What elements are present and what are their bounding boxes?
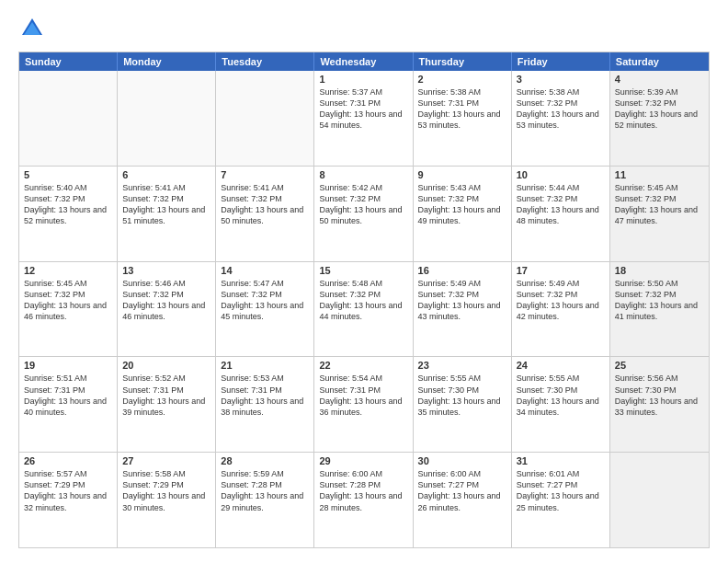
- day-number: 2: [418, 74, 506, 85]
- calendar-cell: 21Sunrise: 5:53 AM Sunset: 7:31 PM Dayli…: [216, 357, 314, 452]
- day-info: Sunrise: 5:41 AM Sunset: 7:32 PM Dayligh…: [122, 182, 210, 227]
- calendar-cell: 23Sunrise: 5:55 AM Sunset: 7:30 PM Dayli…: [414, 357, 512, 452]
- day-info: Sunrise: 5:55 AM Sunset: 7:30 PM Dayligh…: [517, 373, 605, 418]
- day-info: Sunrise: 5:49 AM Sunset: 7:32 PM Dayligh…: [517, 278, 605, 323]
- calendar-week-4: 19Sunrise: 5:51 AM Sunset: 7:31 PM Dayli…: [19, 356, 709, 452]
- calendar-header: SundayMondayTuesdayWednesdayThursdayFrid…: [19, 52, 709, 71]
- header-day-wednesday: Wednesday: [314, 52, 413, 71]
- day-info: Sunrise: 5:51 AM Sunset: 7:31 PM Dayligh…: [24, 373, 112, 418]
- calendar-week-5: 26Sunrise: 5:57 AM Sunset: 7:29 PM Dayli…: [19, 452, 709, 547]
- calendar-cell: 2Sunrise: 5:38 AM Sunset: 7:31 PM Daylig…: [414, 71, 512, 166]
- header-day-friday: Friday: [512, 52, 610, 71]
- day-number: 11: [615, 169, 704, 180]
- header-day-tuesday: Tuesday: [216, 52, 314, 71]
- day-number: 16: [418, 265, 506, 276]
- calendar-cell: 24Sunrise: 5:55 AM Sunset: 7:30 PM Dayli…: [512, 357, 610, 452]
- day-number: 5: [24, 169, 112, 180]
- day-number: 31: [517, 455, 605, 466]
- calendar-cell: 8Sunrise: 5:42 AM Sunset: 7:32 PM Daylig…: [314, 167, 413, 261]
- calendar-cell: 1Sunrise: 5:37 AM Sunset: 7:31 PM Daylig…: [314, 71, 413, 166]
- header: [18, 15, 710, 42]
- day-info: Sunrise: 5:44 AM Sunset: 7:32 PM Dayligh…: [517, 182, 605, 227]
- calendar-cell: 31Sunrise: 6:01 AM Sunset: 7:27 PM Dayli…: [512, 453, 610, 547]
- day-number: 25: [615, 360, 704, 371]
- day-number: 3: [517, 74, 605, 85]
- day-number: 20: [122, 360, 210, 371]
- day-info: Sunrise: 5:59 AM Sunset: 7:28 PM Dayligh…: [221, 468, 309, 513]
- day-info: Sunrise: 5:58 AM Sunset: 7:29 PM Dayligh…: [122, 468, 210, 513]
- day-number: 17: [517, 265, 605, 276]
- calendar-cell: 15Sunrise: 5:48 AM Sunset: 7:32 PM Dayli…: [314, 262, 413, 357]
- calendar-cell: 5Sunrise: 5:40 AM Sunset: 7:32 PM Daylig…: [19, 167, 118, 261]
- logo: [18, 15, 50, 42]
- header-day-sunday: Sunday: [19, 52, 118, 71]
- calendar-cell: 29Sunrise: 6:00 AM Sunset: 7:28 PM Dayli…: [314, 453, 413, 547]
- calendar-cell: 4Sunrise: 5:39 AM Sunset: 7:32 PM Daylig…: [610, 71, 709, 166]
- day-info: Sunrise: 5:39 AM Sunset: 7:32 PM Dayligh…: [615, 86, 704, 132]
- day-number: 24: [517, 360, 605, 371]
- day-number: 18: [615, 265, 704, 276]
- day-number: 9: [418, 169, 506, 180]
- calendar-body: 1Sunrise: 5:37 AM Sunset: 7:31 PM Daylig…: [19, 71, 709, 547]
- calendar-cell: 30Sunrise: 6:00 AM Sunset: 7:27 PM Dayli…: [414, 453, 512, 547]
- day-number: 26: [24, 455, 112, 466]
- calendar-cell: [19, 71, 118, 166]
- day-info: Sunrise: 5:55 AM Sunset: 7:30 PM Dayligh…: [418, 373, 506, 418]
- header-day-monday: Monday: [118, 52, 216, 71]
- day-info: Sunrise: 5:37 AM Sunset: 7:31 PM Dayligh…: [319, 86, 407, 132]
- header-day-saturday: Saturday: [610, 52, 709, 71]
- day-number: 10: [517, 169, 605, 180]
- calendar-cell: 7Sunrise: 5:41 AM Sunset: 7:32 PM Daylig…: [216, 167, 314, 261]
- day-info: Sunrise: 5:53 AM Sunset: 7:31 PM Dayligh…: [221, 373, 309, 418]
- day-number: 23: [418, 360, 506, 371]
- day-info: Sunrise: 5:46 AM Sunset: 7:32 PM Dayligh…: [122, 278, 210, 323]
- calendar-cell: 9Sunrise: 5:43 AM Sunset: 7:32 PM Daylig…: [414, 167, 512, 261]
- calendar-cell: 12Sunrise: 5:45 AM Sunset: 7:32 PM Dayli…: [19, 262, 118, 357]
- day-number: 6: [122, 169, 210, 180]
- calendar-cell: 13Sunrise: 5:46 AM Sunset: 7:32 PM Dayli…: [118, 262, 216, 357]
- day-number: 21: [221, 360, 309, 371]
- day-number: 19: [24, 360, 112, 371]
- day-number: 30: [418, 455, 506, 466]
- day-info: Sunrise: 5:49 AM Sunset: 7:32 PM Dayligh…: [418, 278, 506, 323]
- calendar-cell: 26Sunrise: 5:57 AM Sunset: 7:29 PM Dayli…: [19, 453, 118, 547]
- logo-icon: [18, 15, 46, 42]
- calendar-cell: 11Sunrise: 5:45 AM Sunset: 7:32 PM Dayli…: [610, 167, 709, 261]
- day-number: 7: [221, 169, 309, 180]
- day-number: 28: [221, 455, 309, 466]
- calendar-week-1: 1Sunrise: 5:37 AM Sunset: 7:31 PM Daylig…: [19, 71, 709, 166]
- day-info: Sunrise: 5:54 AM Sunset: 7:31 PM Dayligh…: [319, 373, 407, 418]
- day-info: Sunrise: 5:56 AM Sunset: 7:30 PM Dayligh…: [615, 373, 704, 418]
- calendar-week-2: 5Sunrise: 5:40 AM Sunset: 7:32 PM Daylig…: [19, 166, 709, 261]
- calendar-cell: 18Sunrise: 5:50 AM Sunset: 7:32 PM Dayli…: [610, 262, 709, 357]
- day-info: Sunrise: 6:00 AM Sunset: 7:27 PM Dayligh…: [418, 468, 506, 513]
- day-number: 14: [221, 265, 309, 276]
- calendar-cell: [216, 71, 314, 166]
- calendar-cell: 27Sunrise: 5:58 AM Sunset: 7:29 PM Dayli…: [118, 453, 216, 547]
- day-info: Sunrise: 5:57 AM Sunset: 7:29 PM Dayligh…: [24, 468, 112, 513]
- day-number: 12: [24, 265, 112, 276]
- calendar-week-3: 12Sunrise: 5:45 AM Sunset: 7:32 PM Dayli…: [19, 261, 709, 357]
- day-info: Sunrise: 5:47 AM Sunset: 7:32 PM Dayligh…: [221, 278, 309, 323]
- day-info: Sunrise: 5:45 AM Sunset: 7:32 PM Dayligh…: [24, 278, 112, 323]
- calendar: SundayMondayTuesdayWednesdayThursdayFrid…: [18, 52, 710, 548]
- day-info: Sunrise: 6:01 AM Sunset: 7:27 PM Dayligh…: [517, 468, 605, 513]
- day-number: 22: [319, 360, 407, 371]
- calendar-cell: 22Sunrise: 5:54 AM Sunset: 7:31 PM Dayli…: [314, 357, 413, 452]
- calendar-cell: 20Sunrise: 5:52 AM Sunset: 7:31 PM Dayli…: [118, 357, 216, 452]
- calendar-cell: [118, 71, 216, 166]
- day-info: Sunrise: 5:50 AM Sunset: 7:32 PM Dayligh…: [615, 278, 704, 323]
- day-info: Sunrise: 5:38 AM Sunset: 7:32 PM Dayligh…: [517, 86, 605, 132]
- calendar-cell: 25Sunrise: 5:56 AM Sunset: 7:30 PM Dayli…: [610, 357, 709, 452]
- day-info: Sunrise: 5:45 AM Sunset: 7:32 PM Dayligh…: [615, 182, 704, 227]
- day-number: 1: [319, 74, 407, 85]
- header-day-thursday: Thursday: [414, 52, 512, 71]
- day-number: 8: [319, 169, 407, 180]
- day-info: Sunrise: 5:40 AM Sunset: 7:32 PM Dayligh…: [24, 182, 112, 227]
- calendar-cell: 14Sunrise: 5:47 AM Sunset: 7:32 PM Dayli…: [216, 262, 314, 357]
- day-number: 29: [319, 455, 407, 466]
- page: SundayMondayTuesdayWednesdayThursdayFrid…: [0, 0, 728, 563]
- day-number: 4: [615, 74, 704, 85]
- calendar-cell: 28Sunrise: 5:59 AM Sunset: 7:28 PM Dayli…: [216, 453, 314, 547]
- calendar-cell: 6Sunrise: 5:41 AM Sunset: 7:32 PM Daylig…: [118, 167, 216, 261]
